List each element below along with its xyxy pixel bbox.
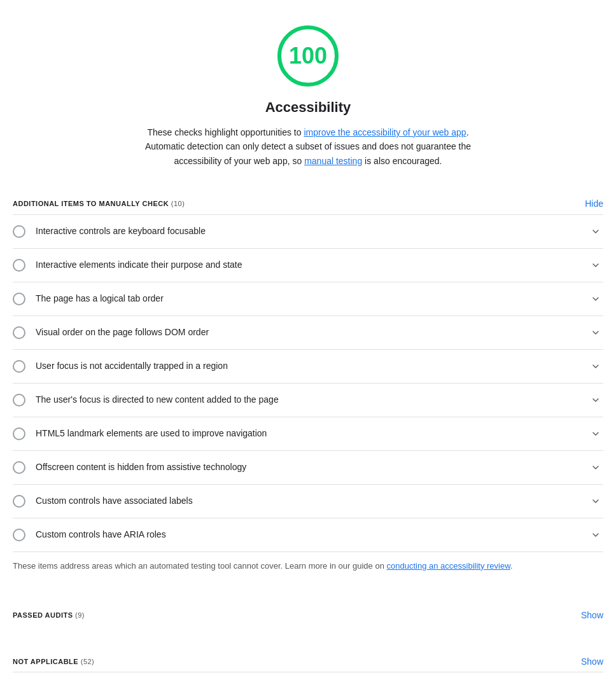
hide-manual-button[interactable]: Hide — [585, 198, 603, 209]
audit-label: Visual order on the page follows DOM ord… — [36, 326, 588, 339]
show-passed-button[interactable]: Show — [581, 610, 603, 620]
show-not-applicable-button[interactable]: Show — [581, 656, 603, 667]
audit-item-dom-order[interactable]: Visual order on the page follows DOM ord… — [13, 316, 603, 350]
audit-item-tab-order[interactable]: The page has a logical tab order — [13, 282, 603, 316]
audit-label: Interactive elements indicate their purp… — [36, 258, 588, 272]
manual-check-count: (10) — [171, 200, 185, 207]
passed-audits-title: PASSED AUDITS (9) — [13, 610, 85, 621]
score-value: 100 — [289, 39, 327, 73]
score-section: 100 Accessibility These checks highlight… — [13, 25, 603, 168]
audit-item-offscreen-content[interactable]: Offscreen content is hidden from assisti… — [13, 451, 603, 485]
chevron-down-icon — [588, 460, 603, 475]
audit-item-associated-labels[interactable]: Custom controls have associated labels — [13, 485, 603, 518]
audit-status-icon — [13, 427, 25, 440]
passed-audits-section: PASSED AUDITS (9) Show — [13, 600, 603, 626]
audit-status-icon — [13, 259, 25, 272]
improve-accessibility-link[interactable]: improve the accessibility of your web ap… — [304, 127, 466, 137]
audit-label: Custom controls have associated labels — [36, 494, 588, 508]
chevron-down-icon — [588, 224, 603, 239]
audit-status-icon — [13, 293, 25, 305]
accessibility-review-link[interactable]: conducting an accessibility review — [387, 561, 510, 571]
audit-status-icon — [13, 394, 25, 406]
not-applicable-title: NOT APPLICABLE (52) — [13, 656, 94, 667]
audit-status-icon — [13, 360, 25, 373]
audit-status-icon — [13, 495, 25, 508]
audit-status-icon — [13, 326, 25, 339]
score-description: These checks highlight opportunities to … — [143, 125, 473, 168]
audit-status-icon — [13, 529, 25, 541]
audit-item-purpose-and-state[interactable]: Interactive elements indicate their purp… — [13, 249, 603, 282]
audit-label: Offscreen content is hidden from assisti… — [36, 461, 588, 474]
chevron-down-icon — [588, 426, 603, 441]
audit-label: The user's focus is directed to new cont… — [36, 393, 588, 406]
audit-label: The page has a logical tab order — [36, 292, 588, 305]
audit-item-keyboard-focusable[interactable]: Interactive controls are keyboard focusa… — [13, 215, 603, 249]
audit-label: Interactive controls are keyboard focusa… — [36, 225, 588, 238]
manual-check-section-header: ADDITIONAL ITEMS TO MANUALLY CHECK (10) … — [13, 188, 603, 214]
passed-audits-header: PASSED AUDITS (9) Show — [13, 600, 603, 626]
chevron-down-icon — [588, 494, 603, 509]
manual-testing-link[interactable]: manual testing — [304, 156, 362, 166]
chevron-down-icon — [588, 325, 603, 340]
not-applicable-section: NOT APPLICABLE (52) Show — [13, 646, 603, 673]
audit-label: Custom controls have ARIA roles — [36, 528, 588, 541]
chevron-down-icon — [588, 258, 603, 273]
audit-list: Interactive controls are keyboard focusa… — [13, 214, 603, 552]
audit-status-icon — [13, 225, 25, 238]
score-title: Accessibility — [265, 97, 351, 118]
audit-item-focus-trap[interactable]: User focus is not accidentally trapped i… — [13, 350, 603, 384]
manual-note: These items address areas which an autom… — [13, 552, 603, 580]
not-applicable-header: NOT APPLICABLE (52) Show — [13, 646, 603, 672]
chevron-down-icon — [588, 527, 603, 543]
audit-item-focus-new-content[interactable]: The user's focus is directed to new cont… — [13, 384, 603, 417]
score-circle: 100 — [277, 25, 339, 87]
audit-label: User focus is not accidentally trapped i… — [36, 359, 588, 373]
not-applicable-count: (52) — [81, 658, 95, 665]
manual-check-title: ADDITIONAL ITEMS TO MANUALLY CHECK (10) — [13, 198, 185, 209]
audit-label: HTML5 landmark elements are used to impr… — [36, 427, 588, 440]
chevron-down-icon — [588, 359, 603, 374]
passed-audits-count: (9) — [75, 611, 85, 619]
audit-item-aria-roles[interactable]: Custom controls have ARIA roles — [13, 518, 603, 552]
chevron-down-icon — [588, 392, 603, 408]
chevron-down-icon — [588, 291, 603, 307]
audit-item-landmark-elements[interactable]: HTML5 landmark elements are used to impr… — [13, 417, 603, 451]
audit-status-icon — [13, 461, 25, 474]
page-container: 100 Accessibility These checks highlight… — [0, 0, 616, 673]
